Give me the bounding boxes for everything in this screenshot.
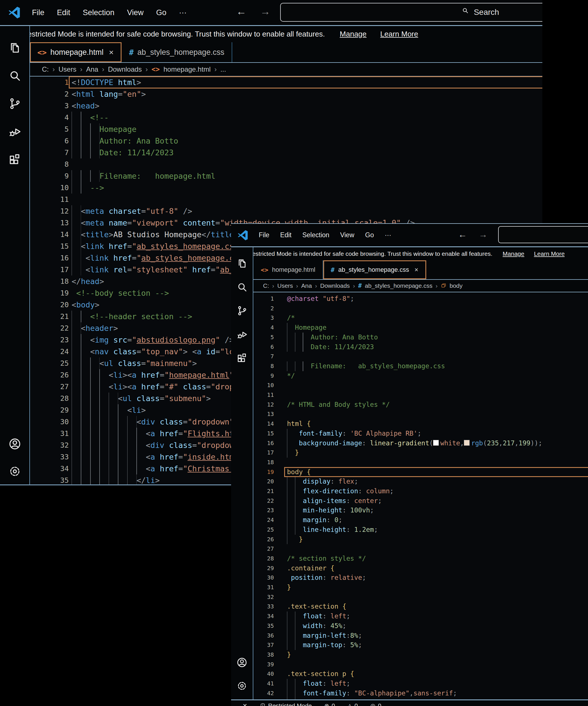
code-line[interactable]: 13 [253, 409, 588, 419]
source-control-icon[interactable] [8, 97, 22, 111]
code-line[interactable]: 3/* [253, 313, 588, 323]
code-line[interactable]: 36 margin-left:8%; [253, 631, 588, 641]
code-line[interactable]: 38} [253, 650, 588, 660]
code-line[interactable]: 7 Date: 11/14/2023 [30, 147, 542, 158]
breadcrumb-item[interactable]: C: [42, 65, 49, 73]
code-line[interactable]: 5 Homepage [30, 123, 542, 135]
menu-item-go[interactable]: Go [360, 231, 379, 239]
code-line[interactable]: 19body { [253, 467, 588, 477]
code-line[interactable]: 27 [253, 544, 588, 554]
code-line[interactable]: 9*/ [253, 371, 588, 381]
breadcrumb-item[interactable]: homepage.html [164, 65, 211, 73]
code-line[interactable]: 2 [253, 304, 588, 313]
menu-item-edit[interactable]: Edit [275, 231, 297, 239]
code-line[interactable]: 12 <meta charset="utf-8" /> [30, 205, 542, 217]
code-line[interactable]: 12/* HTML and Body styles */ [253, 400, 588, 410]
code-line[interactable]: 33.text-section { [253, 602, 588, 612]
status-ports[interactable]: ◎0 [370, 702, 381, 706]
code-line[interactable]: 10 [253, 381, 588, 390]
code-line[interactable]: 42 font-family: "BC-alphapipe",sans-seri… [253, 689, 588, 698]
code-line[interactable]: 23 min-height: 100vh; [253, 506, 588, 515]
search-input[interactable]: Search [498, 226, 588, 243]
settings-icon[interactable] [236, 680, 248, 692]
menu-item-go[interactable]: Go [150, 8, 173, 17]
status-remote[interactable]: ✕ [243, 702, 247, 706]
forward-arrow-button[interactable]: → [260, 6, 270, 16]
tab-ab_styles_homepage.css[interactable]: #ab_styles_homepage.css [122, 42, 232, 62]
learn-more-link[interactable]: Learn More [534, 250, 564, 257]
code-line[interactable]: 24 margin: 0; [253, 515, 588, 525]
extensions-icon[interactable] [8, 153, 22, 166]
source-control-icon[interactable] [236, 305, 248, 317]
code-line[interactable]: 25 line-height: 1.2em; [253, 525, 588, 535]
code-line[interactable]: 22 align-items: center; [253, 496, 588, 506]
breadcrumb-item[interactable]: Ana [86, 65, 98, 73]
code-editor[interactable]: 1@charset "utf-8";23/*4 Homepage5 Author… [253, 294, 588, 706]
run-and-debug-icon[interactable] [236, 328, 248, 340]
account-icon[interactable] [236, 657, 248, 668]
code-line[interactable]: 16 background-image: linear-gradient(whi… [253, 438, 588, 448]
status-errors[interactable]: ⊗0 [324, 702, 335, 706]
code-line[interactable]: 15 font-family: 'BC Alphapipe RB'; [253, 429, 588, 438]
more-actions-button[interactable]: ··· [173, 8, 193, 17]
tab-homepage.html[interactable]: <>homepage.html× [30, 42, 122, 62]
code-line[interactable]: 41 float: left; [253, 679, 588, 689]
code-line[interactable]: 20 display: flex; [253, 477, 588, 486]
code-line[interactable]: 7 [253, 352, 588, 361]
code-line[interactable]: 4 Homepage [253, 323, 588, 332]
code-line[interactable]: 39 [253, 660, 588, 669]
code-line[interactable]: 2<html lang="en"> [30, 88, 542, 100]
breadcrumb-item[interactable]: Ana [301, 282, 312, 289]
extensions-icon[interactable] [236, 352, 248, 364]
code-line[interactable]: 40.text-section p { [253, 669, 588, 679]
code-line[interactable]: 21 flex-direction: column; [253, 486, 588, 496]
menu-item-selection[interactable]: Selection [77, 8, 121, 17]
code-line[interactable]: 11 [30, 194, 542, 205]
code-line[interactable]: 14html { [253, 419, 588, 429]
menu-item-file[interactable]: File [253, 231, 275, 239]
more-actions-button[interactable]: ··· [379, 231, 396, 239]
code-line[interactable]: 34 float: left; [253, 612, 588, 621]
code-line[interactable]: 3<head> [30, 100, 542, 112]
code-line[interactable]: 32 [253, 592, 588, 602]
menu-item-view[interactable]: View [335, 231, 360, 239]
code-line[interactable]: 4 <!-- [30, 112, 542, 123]
code-line[interactable]: 37 margin-top: 5%; [253, 640, 588, 650]
code-line[interactable]: 8 [30, 158, 542, 170]
code-line[interactable]: 28/* section styles */ [253, 554, 588, 563]
back-arrow-button[interactable]: ← [236, 6, 247, 16]
settings-icon[interactable] [8, 465, 22, 478]
tab-homepage.html[interactable]: <>homepage.html [253, 260, 323, 279]
breadcrumb-item[interactable]: Downloads [108, 65, 142, 73]
forward-arrow-button[interactable]: → [479, 230, 488, 239]
tab-ab_styles_homepage.css[interactable]: #ab_styles_homepage.css× [323, 260, 426, 279]
back-arrow-button[interactable]: ← [458, 230, 467, 239]
status-warnings[interactable]: △0 [347, 702, 358, 706]
explorer-icon[interactable] [236, 258, 248, 269]
code-line[interactable]: 26 } [253, 535, 588, 544]
code-line[interactable]: 11 [253, 390, 588, 400]
menu-item-view[interactable]: View [121, 8, 150, 17]
code-line[interactable]: 9 Filename: homepage.html [30, 170, 542, 182]
code-line[interactable]: 30 position: relative; [253, 573, 588, 583]
manage-link[interactable]: Manage [503, 250, 524, 257]
breadcrumb-item[interactable]: Users [277, 282, 293, 289]
run-and-debug-icon[interactable] [8, 125, 22, 139]
code-line[interactable]: 8 Filename: ab_styles_homepage.css [253, 361, 588, 371]
breadcrumb-item[interactable]: ab_styles_homepage.css [365, 282, 432, 289]
menu-item-edit[interactable]: Edit [51, 8, 77, 17]
breadcrumb-item[interactable]: ... [220, 65, 226, 73]
manage-link[interactable]: Manage [340, 30, 367, 39]
code-line[interactable]: 10 --> [30, 182, 542, 194]
account-icon[interactable] [8, 437, 22, 451]
code-line[interactable]: 31} [253, 583, 588, 592]
breadcrumb-item[interactable]: body [450, 282, 463, 289]
menu-item-file[interactable]: File [26, 8, 51, 17]
breadcrumb-item[interactable]: Users [58, 65, 77, 73]
code-line[interactable]: 18 [253, 458, 588, 467]
status-shield[interactable]: Restricted Mode [260, 702, 312, 706]
code-line[interactable]: 6 Date: 11/14/2023 [253, 342, 588, 352]
code-line[interactable]: 6 Author: Ana Botto [30, 135, 542, 147]
search-icon[interactable] [236, 281, 248, 293]
explorer-icon[interactable] [8, 41, 22, 54]
